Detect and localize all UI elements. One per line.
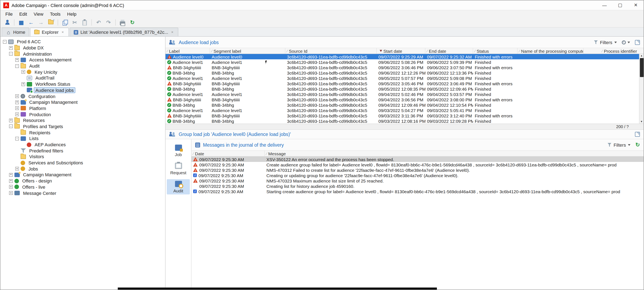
job-row[interactable]: BNB-34ghytiiiii BNB-34ghytiiiii 3c6b4120… <box>166 65 644 70</box>
column-header-source-id[interactable]: Source Id <box>285 48 377 54</box>
column-header-end-date[interactable]: End date <box>425 48 473 54</box>
message-row[interactable]: 09/07/2022 9:25:30 AM Starting create au… <box>192 189 644 194</box>
tree-expander-icon[interactable]: + <box>15 100 19 104</box>
new-connection-button[interactable] <box>2 18 12 26</box>
print-button[interactable] <box>118 18 127 26</box>
tree-item[interactable]: AuditTrail <box>0 75 165 81</box>
detail-expand-button[interactable] <box>635 132 640 137</box>
tree-item[interactable]: - Prod 6 ACC <box>0 39 165 45</box>
tree-item[interactable]: + Production <box>0 112 165 118</box>
job-row[interactable]: BNB-34bhg BNB-34bhg 3c6b4120-d693-11ea-b… <box>166 118 644 124</box>
tree-item[interactable]: + Adobe DX <box>0 45 165 51</box>
job-row[interactable]: BNB-34bhg BNB-34bhg 3c6b4120-d693-11ea-b… <box>166 102 644 108</box>
tree-item[interactable]: Visitors <box>0 154 165 160</box>
tree-expander-icon[interactable]: + <box>22 70 25 74</box>
copy-button[interactable] <box>60 18 70 26</box>
tree-expander-icon[interactable]: + <box>15 94 19 98</box>
message-row[interactable]: 09/07/2022 9:25:30 AM Creating list for … <box>192 183 644 189</box>
maximize-button[interactable]: ▢ <box>612 0 628 10</box>
parent-folder-button[interactable]: ↑ <box>46 18 56 26</box>
tab[interactable]: Explorer <box>30 28 69 36</box>
tree-item[interactable]: Services and Subscriptions <box>0 160 165 166</box>
side-tab[interactable]: Job <box>167 143 190 158</box>
tree-item[interactable]: + Configuration <box>0 93 165 99</box>
tree-item[interactable]: AEP Audiences <box>0 142 165 148</box>
tab[interactable]: List 'Audience level1 (f38b2f98_877b_42c… <box>70 28 178 36</box>
column-header-start-date[interactable]: Start date <box>377 48 425 54</box>
message-row[interactable]: 09/07/2022 9:25:30 AM NMS-470312 Failed … <box>192 167 644 172</box>
tree-expander-icon[interactable]: + <box>9 191 13 195</box>
message-row[interactable]: 09/07/2022 9:25:30 AM XSV-350122 An erro… <box>192 156 644 162</box>
tree-expander-icon[interactable]: - <box>9 124 13 128</box>
tree-expander-icon[interactable]: + <box>9 173 13 177</box>
redo-button[interactable]: ↷ <box>104 18 113 26</box>
tree-item[interactable]: + Workflows Status <box>0 81 165 87</box>
explorer-grid-button[interactable]: ▦ <box>16 18 26 26</box>
tree-expander-icon[interactable]: - <box>15 137 19 140</box>
refresh-button[interactable]: ↻ <box>128 18 137 26</box>
tree-expander-icon[interactable]: - <box>9 52 13 56</box>
column-header-message[interactable]: Message <box>265 151 644 156</box>
job-row[interactable]: Audience level1 Audience level1 3c6b4120… <box>166 108 644 113</box>
tree-item[interactable]: + Campaign Management <box>0 99 165 105</box>
tree-item[interactable]: - Profiles and Targets <box>0 123 165 129</box>
job-row[interactable]: Audience level1 Audience level1 3c6b4120… <box>166 59 644 65</box>
menu-item[interactable]: Edit <box>16 11 30 16</box>
menu-item[interactable]: View <box>30 11 46 16</box>
jobs-filters-button[interactable]: Filters <box>594 40 617 45</box>
tree-item[interactable]: - Audit <box>0 63 165 69</box>
messages-filters-button[interactable]: Filters <box>607 142 630 147</box>
tree-expander-icon[interactable]: - <box>3 40 6 44</box>
jobs-settings-button[interactable] <box>622 40 630 44</box>
message-row[interactable]: 09/07/2022 9:25:30 AM NMS-470323 Maximum… <box>192 178 644 183</box>
tab[interactable]: Home <box>2 28 30 36</box>
tree-expander-icon[interactable]: + <box>15 167 19 171</box>
column-header-date[interactable]: Date <box>192 151 265 156</box>
column-header-segment-label[interactable]: Segment label <box>210 48 285 54</box>
tree-item[interactable]: + Key Unicity <box>0 69 165 75</box>
undo-button[interactable]: ↶ <box>94 18 103 26</box>
forward-button[interactable]: → <box>36 18 46 26</box>
tree-item[interactable]: + Campaign Management <box>0 172 165 178</box>
tree-item[interactable]: + Message Center <box>0 190 165 196</box>
tree-expander-icon[interactable]: + <box>15 112 19 116</box>
menu-item[interactable]: Help <box>64 11 80 16</box>
tree-item[interactable]: Recipients <box>0 130 165 136</box>
column-header-label[interactable]: Label <box>166 48 210 54</box>
tree-item[interactable]: - Lists <box>0 136 165 142</box>
tree-item[interactable]: Audience load jobs <box>0 87 165 93</box>
minimize-button[interactable]: — <box>597 0 612 10</box>
tree-expander-icon[interactable]: + <box>15 106 19 110</box>
scroll-up-icon[interactable]: ▲ <box>640 54 643 58</box>
tree-item[interactable]: + Offers - live <box>0 184 165 190</box>
tree-item[interactable]: + Platform <box>0 105 165 111</box>
tree-item[interactable]: + Jobs <box>0 166 165 172</box>
tree-item[interactable]: + Offers - design <box>0 178 165 184</box>
tree-expander-icon[interactable]: + <box>9 119 13 122</box>
tree-item[interactable]: + Access Management <box>0 57 165 63</box>
jobs-vertical-scrollbar[interactable]: ▲ ▼ <box>639 54 644 124</box>
message-row[interactable]: 09/07/2022 9:25:30 AM Creating or updati… <box>192 172 644 178</box>
tab-close-icon[interactable] <box>170 30 174 34</box>
scroll-down-icon[interactable]: ▼ <box>640 120 643 124</box>
back-button[interactable]: ← <box>26 18 36 26</box>
column-header-process-identifier[interactable]: Process identifier <box>584 48 644 54</box>
side-tab[interactable]: Audit <box>167 179 190 194</box>
cut-button[interactable]: ✂ <box>70 18 80 26</box>
menu-item[interactable]: File <box>2 11 16 16</box>
side-tab[interactable]: Request <box>167 161 190 176</box>
job-row[interactable]: Audience level0 Audience level0 3c6b4120… <box>166 54 644 59</box>
tree-expander-icon[interactable]: - <box>15 64 19 68</box>
tree-expander-icon[interactable]: + <box>9 179 13 183</box>
column-header-processing-computer[interactable]: Name of the processing computer <box>518 48 584 54</box>
column-header-status[interactable]: Status <box>473 48 518 54</box>
job-row[interactable]: Audience level1 Audience level1 3c6b4120… <box>166 92 644 97</box>
tree-item[interactable]: Predefined filters <box>0 148 165 154</box>
tree-item[interactable]: - Administration <box>0 51 165 57</box>
tree-expander-icon[interactable]: + <box>15 58 19 62</box>
job-row[interactable]: BNB-34ghytiiiii BNB-34ghytiiiii 3c6b4120… <box>166 81 644 86</box>
menu-item[interactable]: Tools <box>47 11 64 16</box>
tree-expander-icon[interactable]: + <box>22 82 25 86</box>
tree-item[interactable]: + Resources <box>0 118 165 123</box>
messages-refresh-button[interactable]: ↻ <box>635 142 640 148</box>
